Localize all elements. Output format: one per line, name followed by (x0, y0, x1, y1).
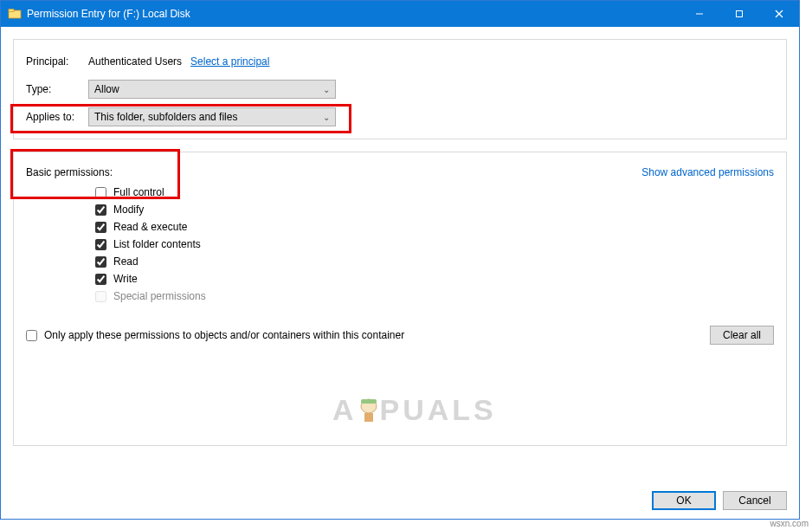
permission-item[interactable]: Write (95, 270, 774, 288)
only-apply-row[interactable]: Only apply these permissions to objects … (26, 326, 404, 344)
attribution: wsxn.com (770, 519, 809, 528)
svg-rect-7 (361, 399, 377, 404)
svg-rect-8 (364, 413, 373, 422)
permission-checkbox[interactable] (95, 187, 106, 198)
permission-checkbox[interactable] (95, 222, 106, 233)
footer-buttons: OK Cancel (652, 491, 787, 510)
applies-to-label: Applies to: (26, 111, 88, 123)
permission-checkbox[interactable] (95, 274, 106, 285)
minimize-button[interactable] (680, 1, 719, 27)
ok-button[interactable]: OK (652, 491, 716, 510)
permissions-header: Basic permissions: Show advanced permiss… (26, 166, 774, 178)
type-label: Type: (26, 83, 88, 95)
permission-item[interactable]: List folder contents (95, 236, 774, 253)
principal-label: Principal: (26, 55, 88, 68)
applies-to-select[interactable]: This folder, subfolders and files ⌄ (88, 107, 336, 126)
maximize-button[interactable] (719, 1, 759, 27)
watermark: A PUALS (332, 393, 497, 427)
permission-item[interactable]: Full control (95, 184, 774, 201)
svg-rect-1 (9, 10, 14, 12)
lower-row: Only apply these permissions to objects … (26, 326, 774, 345)
permission-checkbox[interactable] (95, 239, 106, 250)
show-advanced-link[interactable]: Show advanced permissions (641, 166, 774, 178)
permission-checkbox[interactable] (95, 204, 106, 216)
window-title: Permission Entry for (F:) Local Disk (27, 8, 680, 20)
chevron-down-icon: ⌄ (323, 85, 330, 94)
permission-item[interactable]: Modify (95, 201, 774, 218)
permission-checkbox[interactable] (95, 256, 106, 268)
principal-row: Principal: Authenticated Users Select a … (26, 52, 774, 71)
only-apply-checkbox[interactable] (26, 330, 37, 341)
select-principal-link[interactable]: Select a principal (190, 55, 269, 68)
permission-label: Write (113, 273, 138, 285)
type-select[interactable]: Allow ⌄ (88, 80, 336, 99)
permission-checkbox (95, 291, 106, 302)
permission-label: List folder contents (113, 238, 201, 250)
permission-label: Full control (113, 186, 164, 198)
permissions-list: Full controlModifyRead & executeList fol… (95, 184, 774, 305)
permission-label: Modify (113, 204, 144, 216)
close-button[interactable] (759, 1, 799, 27)
applies-to-row: Applies to: This folder, subfolders and … (26, 107, 774, 126)
type-select-value: Allow (94, 83, 119, 95)
folder-icon (8, 7, 22, 21)
chevron-down-icon: ⌄ (323, 113, 330, 122)
permission-label: Read (113, 255, 139, 268)
svg-point-6 (361, 399, 377, 413)
permission-label: Special permissions (113, 290, 206, 302)
cancel-button[interactable]: Cancel (723, 491, 787, 510)
clear-all-button[interactable]: Clear all (710, 326, 774, 345)
basic-permissions-heading: Basic permissions: (26, 166, 113, 178)
principal-panel: Principal: Authenticated Users Select a … (13, 39, 787, 139)
permission-entry-window: Permission Entry for (F:) Local Disk Pri… (0, 0, 800, 520)
permissions-panel: A PUALS Basic permissions: Show advanced… (13, 152, 787, 446)
permission-item[interactable]: Read (95, 253, 774, 270)
type-row: Type: Allow ⌄ (26, 80, 774, 99)
content-area: Principal: Authenticated Users Select a … (1, 27, 799, 446)
only-apply-label: Only apply these permissions to objects … (44, 329, 404, 341)
svg-rect-3 (737, 11, 743, 17)
permission-item[interactable]: Read & execute (95, 218, 774, 236)
permission-item: Special permissions (95, 288, 774, 305)
titlebar: Permission Entry for (F:) Local Disk (1, 1, 799, 27)
principal-name: Authenticated Users (88, 55, 182, 68)
permission-label: Read & execute (113, 221, 187, 233)
applies-to-value: This folder, subfolders and files (94, 111, 237, 123)
